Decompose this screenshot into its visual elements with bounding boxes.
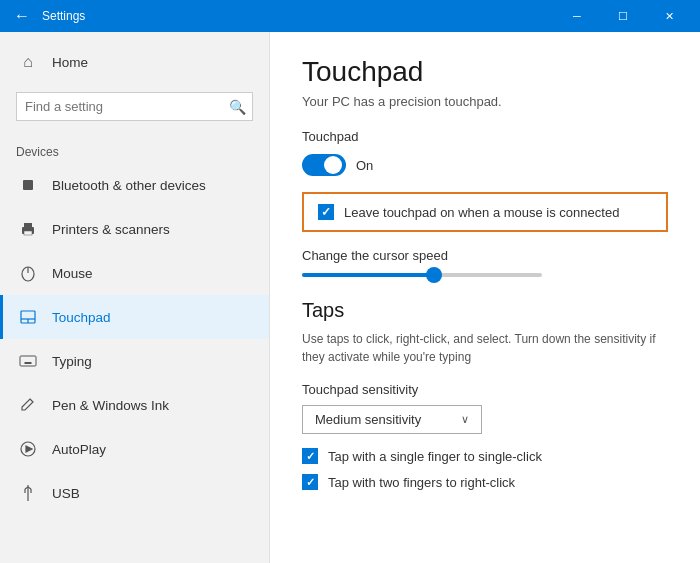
back-button[interactable]: ← [8, 2, 36, 30]
touchpad-section-label: Touchpad [302, 129, 668, 144]
check-icon: ✓ [321, 205, 331, 219]
autoplay-icon [16, 437, 40, 461]
single-tap-checkbox[interactable]: ✓ [302, 448, 318, 464]
page-subtitle: Your PC has a precision touchpad. [302, 94, 668, 109]
sensitivity-value: Medium sensitivity [315, 412, 421, 427]
svg-marker-16 [26, 446, 32, 452]
leave-touchpad-checkbox[interactable]: ✓ [318, 204, 334, 220]
slider-fill [302, 273, 434, 277]
sensitivity-dropdown[interactable]: Medium sensitivity ∨ [302, 405, 482, 434]
search-box[interactable]: 🔍 [16, 92, 253, 121]
sidebar-item-touchpad[interactable]: Touchpad [0, 295, 269, 339]
search-icon: 🔍 [229, 99, 246, 115]
dropdown-arrow-icon: ∨ [461, 413, 469, 426]
close-icon: ✕ [665, 10, 674, 23]
cursor-speed-section: Change the cursor speed [302, 248, 668, 277]
pen-icon [16, 393, 40, 417]
sidebar-item-home-label: Home [52, 55, 88, 70]
minimize-icon: ─ [573, 10, 581, 22]
taps-description: Use taps to click, right-click, and sele… [302, 330, 668, 366]
slider-thumb[interactable] [426, 267, 442, 283]
typing-icon [16, 349, 40, 373]
sidebar-item-home[interactable]: ⌂ Home [0, 40, 269, 84]
printer-icon [16, 217, 40, 241]
search-input[interactable] [17, 93, 252, 120]
maximize-icon: ☐ [618, 10, 628, 23]
taps-title: Taps [302, 299, 668, 322]
two-finger-tap-row[interactable]: ✓ Tap with two fingers to right-click [302, 474, 668, 490]
home-icon: ⌂ [16, 50, 40, 74]
sidebar-item-printers-label: Printers & scanners [52, 222, 170, 237]
minimize-button[interactable]: ─ [554, 0, 600, 32]
two-finger-tap-label: Tap with two fingers to right-click [328, 475, 515, 490]
sidebar-item-mouse[interactable]: Mouse [0, 251, 269, 295]
window-controls: ─ ☐ ✕ [554, 0, 692, 32]
sidebar-item-pen-label: Pen & Windows Ink [52, 398, 169, 413]
touchpad-toggle[interactable] [302, 154, 346, 176]
sidebar-item-autoplay[interactable]: AutoPlay [0, 427, 269, 471]
usb-icon [16, 481, 40, 505]
page-title: Touchpad [302, 56, 668, 88]
sensitivity-label: Touchpad sensitivity [302, 382, 668, 397]
leave-touchpad-label: Leave touchpad on when a mouse is connec… [344, 205, 619, 220]
svg-rect-2 [24, 223, 32, 228]
touchpad-toggle-row: On [302, 154, 668, 176]
sidebar-item-pen[interactable]: Pen & Windows Ink [0, 383, 269, 427]
sidebar-item-usb-label: USB [52, 486, 80, 501]
cursor-speed-label: Change the cursor speed [302, 248, 668, 263]
window-title: Settings [42, 9, 554, 23]
sidebar-item-typing-label: Typing [52, 354, 92, 369]
settings-window: ← Settings ─ ☐ ✕ ⌂ Home 🔍 [0, 0, 700, 563]
mouse-icon [16, 261, 40, 285]
svg-rect-9 [20, 356, 36, 366]
devices-section-label: Devices [0, 137, 269, 163]
single-tap-label: Tap with a single finger to single-click [328, 449, 542, 464]
back-icon: ← [14, 7, 30, 25]
leave-touchpad-checkbox-section[interactable]: ✓ Leave touchpad on when a mouse is conn… [302, 192, 668, 232]
maximize-button[interactable]: ☐ [600, 0, 646, 32]
titlebar: ← Settings ─ ☐ ✕ [0, 0, 700, 32]
sidebar-item-bluetooth[interactable]: Bluetooth & other devices [0, 163, 269, 207]
sidebar-item-typing[interactable]: Typing [0, 339, 269, 383]
two-finger-check-icon: ✓ [306, 476, 315, 489]
sidebar-item-autoplay-label: AutoPlay [52, 442, 106, 457]
two-finger-tap-checkbox[interactable]: ✓ [302, 474, 318, 490]
sidebar: ⌂ Home 🔍 Devices Bluetooth & other devic… [0, 32, 270, 563]
bluetooth-icon [16, 173, 40, 197]
toggle-label: On [356, 158, 373, 173]
sidebar-item-touchpad-label: Touchpad [52, 310, 111, 325]
svg-rect-0 [23, 180, 33, 190]
single-tap-check-icon: ✓ [306, 450, 315, 463]
content-area: Touchpad Your PC has a precision touchpa… [270, 32, 700, 563]
touchpad-icon [16, 305, 40, 329]
sidebar-item-usb[interactable]: USB [0, 471, 269, 515]
main-layout: ⌂ Home 🔍 Devices Bluetooth & other devic… [0, 32, 700, 563]
close-button[interactable]: ✕ [646, 0, 692, 32]
sidebar-item-bluetooth-label: Bluetooth & other devices [52, 178, 206, 193]
sidebar-item-mouse-label: Mouse [52, 266, 93, 281]
sidebar-item-printers[interactable]: Printers & scanners [0, 207, 269, 251]
single-tap-row[interactable]: ✓ Tap with a single finger to single-cli… [302, 448, 668, 464]
cursor-speed-slider-track[interactable] [302, 273, 542, 277]
svg-rect-3 [24, 231, 32, 235]
